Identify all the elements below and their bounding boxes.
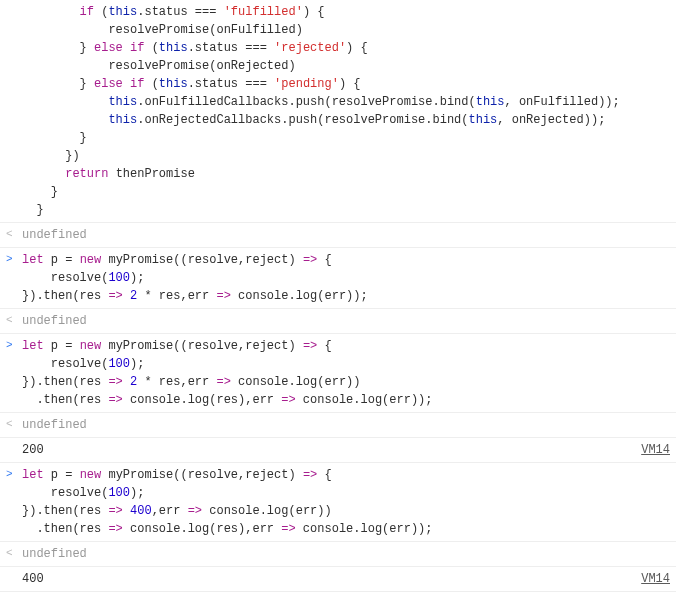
console-entry: if (this.status === 'fulfilled') { resol… (0, 0, 676, 223)
output-marker: < (6, 545, 13, 562)
log-value: 200 (22, 443, 44, 457)
console-entry: 200VM14 (0, 438, 676, 463)
source-link[interactable]: VM14 (641, 441, 670, 459)
console-prompt[interactable]: > (0, 592, 676, 598)
input-code: let p = new myPromise((resolve,reject) =… (22, 466, 670, 538)
result-value: undefined (22, 228, 87, 242)
console-entry: 400VM14 (0, 567, 676, 592)
console-entry: <undefined (0, 309, 676, 334)
console-entry: >let p = new myPromise((resolve,reject) … (0, 463, 676, 542)
code-block: if (this.status === 'fulfilled') { resol… (22, 3, 670, 219)
output-marker: < (6, 416, 13, 433)
result-value: undefined (22, 418, 87, 432)
console-entry: >let p = new myPromise((resolve,reject) … (0, 334, 676, 413)
log-value: 400 (22, 572, 44, 586)
input-code: let p = new myPromise((resolve,reject) =… (22, 337, 670, 409)
console-entry: <undefined (0, 223, 676, 248)
console-entry: <undefined (0, 542, 676, 567)
output-marker: < (6, 226, 13, 243)
result-value: undefined (22, 547, 87, 561)
output-marker: < (6, 312, 13, 329)
result-value: undefined (22, 314, 87, 328)
input-marker: > (6, 466, 13, 483)
source-link[interactable]: VM14 (641, 570, 670, 588)
input-marker: > (6, 595, 13, 598)
input-marker: > (6, 251, 13, 268)
console-entry: >let p = new myPromise((resolve,reject) … (0, 248, 676, 309)
console-output: if (this.status === 'fulfilled') { resol… (0, 0, 676, 598)
input-code: let p = new myPromise((resolve,reject) =… (22, 251, 670, 305)
input-marker: > (6, 337, 13, 354)
console-entry: <undefined (0, 413, 676, 438)
